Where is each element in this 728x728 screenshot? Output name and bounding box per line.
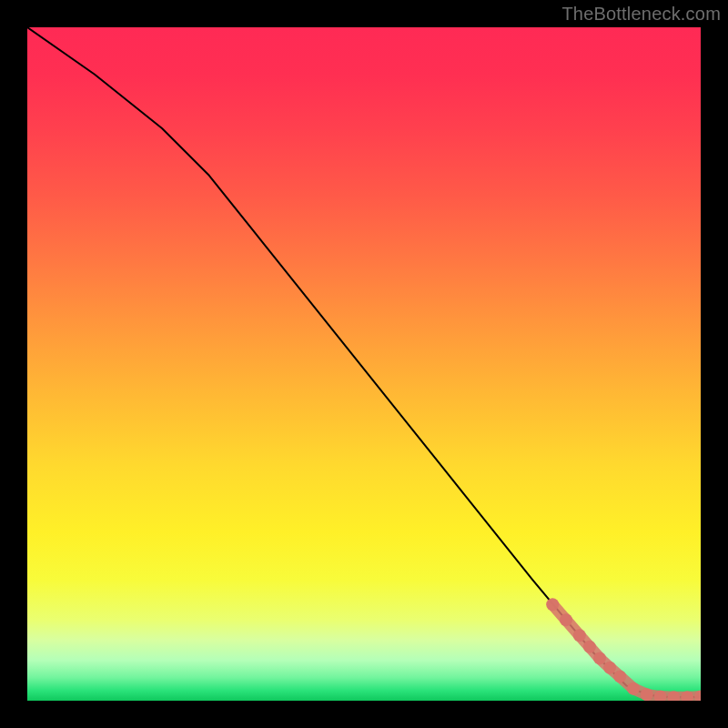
marker-dot xyxy=(627,682,640,695)
marker-dot xyxy=(593,652,606,664)
marker-dot xyxy=(573,629,586,642)
plot-area xyxy=(27,27,701,701)
marker-dot xyxy=(546,598,559,611)
marker-dot xyxy=(560,613,572,626)
background-gradient xyxy=(27,27,701,701)
marker-dot xyxy=(641,688,653,701)
marker-dot xyxy=(583,641,596,653)
watermark-label: TheBottleneck.com xyxy=(561,4,721,25)
marker-dot xyxy=(613,670,626,682)
chart-frame: TheBottleneck.com xyxy=(0,0,728,728)
chart-svg xyxy=(27,27,701,701)
marker-dot xyxy=(603,662,616,674)
